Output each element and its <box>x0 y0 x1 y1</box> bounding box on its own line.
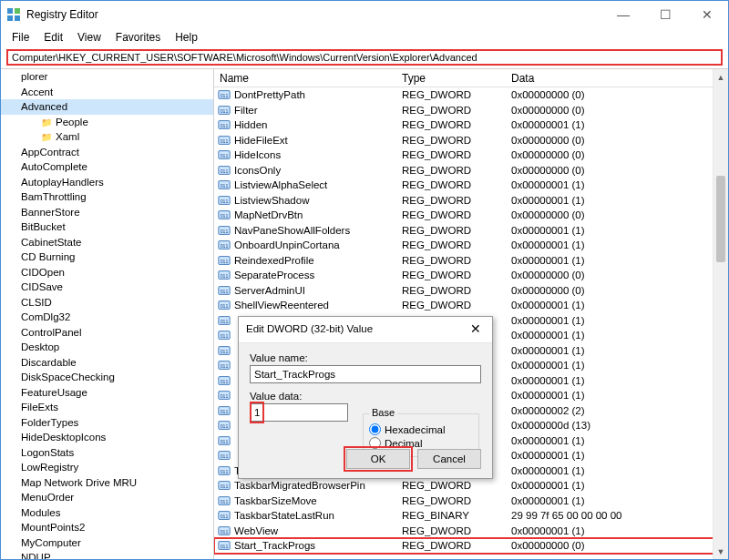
tree-item[interactable]: LowRegistry <box>1 460 213 475</box>
dword-icon: 011 <box>218 314 231 327</box>
row-data: 0x00000001 (1) <box>506 313 728 329</box>
table-row[interactable]: 011ServerAdminUIREG_DWORD0x00000000 (0) <box>214 283 728 299</box>
dword-icon: 011 <box>218 88 231 101</box>
table-row[interactable]: 011TaskbarSizeMoveREG_DWORD0x00000001 (1… <box>214 494 728 509</box>
maximize-button[interactable]: ☐ <box>644 1 686 28</box>
list-pane: Name Type Data 011DontPrettyPathREG_DWOR… <box>214 69 728 559</box>
tree-pane[interactable]: plorerAccentAdvancedPeopleXamlAppContrac… <box>1 69 214 559</box>
tree-item[interactable]: Modules <box>1 505 213 521</box>
table-row[interactable]: 011HideFileExtREG_DWORD0x00000000 (0) <box>214 133 728 148</box>
tree-item[interactable]: BannerStore <box>1 205 213 220</box>
row-type: REG_DWORD <box>396 87 506 103</box>
tree-item[interactable]: ControlPanel <box>1 325 213 341</box>
row-name: Start_TrackProgs <box>234 538 315 554</box>
tree-item[interactable]: DiskSpaceChecking <box>1 370 213 385</box>
address-bar[interactable]: Computer\HKEY_CURRENT_USER\SOFTWARE\Micr… <box>6 49 723 66</box>
row-type: REG_DWORD <box>396 223 506 239</box>
menu-file[interactable]: File <box>5 29 36 46</box>
menu-view[interactable]: View <box>70 29 108 46</box>
svg-text:011: 011 <box>221 348 229 353</box>
dialog-close-icon[interactable]: ✕ <box>467 321 485 337</box>
table-row[interactable]: 011FilterREG_DWORD0x00000000 (0) <box>214 103 728 118</box>
tree-item[interactable]: Advanced <box>1 99 213 115</box>
cancel-button[interactable]: Cancel <box>417 449 481 469</box>
table-row[interactable]: 011ListviewShadowREG_DWORD0x00000001 (1) <box>214 193 728 209</box>
radio-hex-input[interactable] <box>369 423 381 435</box>
scroll-down-icon[interactable]: ▼ <box>714 544 728 559</box>
tree-item[interactable]: BamThrottling <box>1 189 213 205</box>
table-row[interactable]: 011WebViewREG_DWORD0x00000001 (1) <box>214 524 728 539</box>
scroll-thumb[interactable] <box>716 176 725 262</box>
table-row[interactable]: 011TaskbarStateLastRunREG_BINARY29 99 7f… <box>214 508 728 524</box>
tree-item[interactable]: FeatureUsage <box>1 385 213 401</box>
tree-item[interactable]: Map Network Drive MRU <box>1 475 213 491</box>
minimize-button[interactable]: — <box>602 1 644 28</box>
menu-favorites[interactable]: Favorites <box>108 29 168 46</box>
table-row[interactable]: 011IconsOnlyREG_DWORD0x00000000 (0) <box>214 163 728 178</box>
tree-item[interactable]: Xaml <box>1 129 213 145</box>
row-name: ReindexedProfile <box>234 253 314 269</box>
ok-button[interactable]: OK <box>346 449 410 469</box>
table-row[interactable]: 011NavPaneShowAllFoldersREG_DWORD0x00000… <box>214 223 728 239</box>
regedit-app-icon <box>6 7 21 22</box>
svg-text:011: 011 <box>221 453 229 459</box>
table-row[interactable]: 011DontPrettyPathREG_DWORD0x00000000 (0) <box>214 87 728 103</box>
tree-item[interactable]: Accent <box>1 85 213 100</box>
tree-item[interactable]: LogonStats <box>1 445 213 461</box>
table-row[interactable]: 011OnboardUnpinCortanaREG_DWORD0x0000000… <box>214 238 728 253</box>
table-row[interactable]: 011ReindexedProfileREG_DWORD0x00000001 (… <box>214 253 728 269</box>
col-data[interactable]: Data <box>506 72 728 85</box>
table-row[interactable]: 011HiddenREG_DWORD0x00000001 (1) <box>214 117 728 133</box>
valuedata-input[interactable] <box>250 403 348 422</box>
table-row[interactable]: 011ShellViewReenteredREG_DWORD0x00000001… <box>214 298 728 313</box>
tree-item[interactable]: AppContract <box>1 145 213 160</box>
tree-item[interactable]: FileExts <box>1 400 213 415</box>
tree-item[interactable]: BitBucket <box>1 219 213 235</box>
tree-item[interactable]: CD Burning <box>1 249 213 265</box>
tree-item[interactable]: CIDSave <box>1 280 213 295</box>
tree-item[interactable]: MyComputer <box>1 535 213 551</box>
table-row[interactable]: 011ListviewAlphaSelectREG_DWORD0x0000000… <box>214 178 728 193</box>
scroll-up-icon[interactable]: ▲ <box>714 69 728 85</box>
tree-item[interactable]: AutoplayHandlers <box>1 175 213 190</box>
row-name: DontPrettyPath <box>234 87 305 103</box>
radio-dec[interactable]: Decimal <box>369 437 473 449</box>
table-row[interactable]: 011HideIconsREG_DWORD0x00000000 (0) <box>214 148 728 163</box>
row-data: 0x00000000 (0) <box>506 283 728 299</box>
tree-item[interactable]: ComDlg32 <box>1 310 213 325</box>
tree-item[interactable]: HideDesktopIcons <box>1 430 213 445</box>
column-headers[interactable]: Name Type Data <box>214 69 728 87</box>
table-row[interactable]: 011MapNetDrvBtnREG_DWORD0x00000000 (0) <box>214 208 728 223</box>
tree-item[interactable]: AutoComplete <box>1 159 213 175</box>
tree-item[interactable]: Discardable <box>1 355 213 371</box>
vertical-scrollbar[interactable]: ▲ ▼ <box>713 69 728 559</box>
svg-text:011: 011 <box>221 168 229 173</box>
table-row[interactable]: 011TaskbarMigratedBrowserPinREG_DWORD0x0… <box>214 478 728 494</box>
svg-text:011: 011 <box>221 123 229 128</box>
row-type: REG_DWORD <box>396 268 506 283</box>
valuename-input[interactable] <box>250 365 481 383</box>
window-title: Registry Editor <box>26 8 602 21</box>
tree-item[interactable]: Desktop <box>1 340 213 355</box>
radio-dec-input[interactable] <box>369 437 381 449</box>
menu-help[interactable]: Help <box>168 29 205 46</box>
col-name[interactable]: Name <box>214 72 396 85</box>
tree-item[interactable]: plorer <box>1 69 213 85</box>
tree-item[interactable]: People <box>1 115 213 130</box>
radio-hex[interactable]: Hexadecimal <box>369 423 473 435</box>
tree-item[interactable]: CabinetState <box>1 235 213 250</box>
table-row[interactable]: 011Start_TrackProgsREG_DWORD0x00000000 (… <box>214 538 728 554</box>
menu-edit[interactable]: Edit <box>36 29 70 46</box>
col-type[interactable]: Type <box>396 72 506 85</box>
svg-text:011: 011 <box>221 183 229 188</box>
tree-item[interactable]: MenuOrder <box>1 490 213 505</box>
tree-item[interactable]: CLSID <box>1 295 213 311</box>
tree-item[interactable]: FolderTypes <box>1 415 213 431</box>
dword-icon: 011 <box>218 194 231 207</box>
table-row[interactable]: 011SeparateProcessREG_DWORD0x00000000 (0… <box>214 268 728 283</box>
tree-item[interactable]: MountPoints2 <box>1 520 213 535</box>
tree-item[interactable]: CIDOpen <box>1 265 213 280</box>
svg-text:011: 011 <box>221 288 229 293</box>
tree-item[interactable]: NDUP <box>1 550 213 559</box>
close-button[interactable]: ✕ <box>686 1 728 28</box>
